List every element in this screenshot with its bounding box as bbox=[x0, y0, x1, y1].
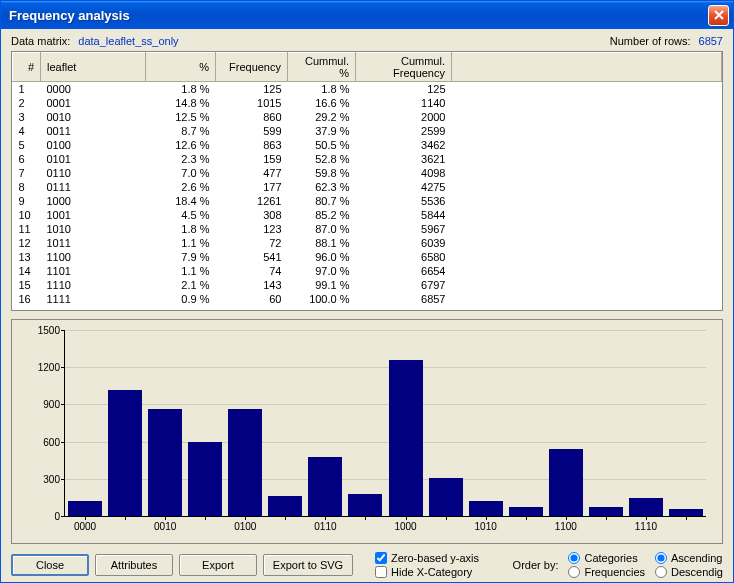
y-tick-label: 1500 bbox=[20, 325, 60, 336]
export-button[interactable]: Export bbox=[179, 554, 257, 576]
bar-0110: 0110 bbox=[305, 330, 345, 516]
table-row[interactable]: 400118.7 %59937.9 %2599 bbox=[13, 124, 722, 138]
order-descending-option[interactable]: Descendig bbox=[655, 566, 723, 578]
bar-1101 bbox=[586, 330, 626, 516]
bar-0100: 0100 bbox=[225, 330, 265, 516]
col-header-percent[interactable]: % bbox=[146, 53, 216, 82]
bar bbox=[549, 449, 583, 516]
order-categories-option[interactable]: Categories bbox=[568, 552, 645, 564]
order-categories-radio[interactable] bbox=[568, 552, 580, 564]
data-matrix-value: data_leaflet_ss_only bbox=[78, 35, 178, 47]
bar-1010: 1010 bbox=[466, 330, 506, 516]
table-row[interactable]: 1110101.8 %12387.0 %5967 bbox=[13, 222, 722, 236]
x-tick-label: 1010 bbox=[475, 521, 497, 532]
bar bbox=[308, 457, 342, 516]
x-tick-label: 0010 bbox=[154, 521, 176, 532]
frequency-chart: 030060090012001500 000000100100011010001… bbox=[11, 319, 723, 544]
table-row[interactable]: 100001.8 %1251.8 %125 bbox=[13, 82, 722, 97]
rows-value: 6857 bbox=[699, 35, 723, 47]
hide-x-checkbox[interactable] bbox=[375, 566, 387, 578]
col-header-cumul-percent[interactable]: Cummul. % bbox=[288, 53, 356, 82]
zero-y-checkbox[interactable] bbox=[375, 552, 387, 564]
bar-1000: 1000 bbox=[386, 330, 426, 516]
table-row[interactable]: 3001012.5 %86029.2 %2000 bbox=[13, 110, 722, 124]
table-row[interactable]: 1411011.1 %7497.0 %6654 bbox=[13, 264, 722, 278]
bar bbox=[68, 501, 102, 517]
col-header-index[interactable]: # bbox=[13, 53, 41, 82]
bar bbox=[589, 507, 623, 516]
bar-0010: 0010 bbox=[145, 330, 185, 516]
data-table[interactable]: # leaflet % Frequency Cummul. % Cummul. … bbox=[11, 51, 723, 311]
bar-1111 bbox=[666, 330, 706, 516]
x-tick-label: 1100 bbox=[555, 521, 577, 532]
bar-0101 bbox=[265, 330, 305, 516]
col-header-cumul-frequency[interactable]: Cummul. Frequency bbox=[356, 53, 452, 82]
bar bbox=[148, 409, 182, 516]
bar-0111 bbox=[345, 330, 385, 516]
bar-1110: 1110 bbox=[626, 330, 666, 516]
table-row[interactable]: 801112.6 %17762.3 %4275 bbox=[13, 180, 722, 194]
bar-0001 bbox=[105, 330, 145, 516]
close-icon bbox=[714, 10, 724, 20]
bar-1011 bbox=[506, 330, 546, 516]
bar bbox=[108, 390, 142, 516]
bottom-toolbar: Close Attributes Export Export to SVG Ze… bbox=[11, 552, 723, 578]
bar bbox=[429, 478, 463, 516]
y-tick-label: 1200 bbox=[20, 362, 60, 373]
x-tick-label: 0110 bbox=[314, 521, 336, 532]
order-ascending-option[interactable]: Ascending bbox=[655, 552, 723, 564]
bar bbox=[469, 501, 503, 516]
y-tick-label: 0 bbox=[20, 511, 60, 522]
col-header-leaflet[interactable]: leaflet bbox=[41, 53, 146, 82]
x-tick-label: 0100 bbox=[234, 521, 256, 532]
col-header-empty bbox=[452, 53, 722, 82]
bar bbox=[268, 496, 302, 516]
hide-x-option[interactable]: Hide X-Category bbox=[375, 566, 479, 578]
close-button[interactable]: Close bbox=[11, 554, 89, 576]
y-tick-label: 900 bbox=[20, 399, 60, 410]
table-row[interactable]: 1210111.1 %7288.1 %6039 bbox=[13, 236, 722, 250]
bar-0011 bbox=[185, 330, 225, 516]
data-matrix-label: Data matrix: bbox=[11, 35, 70, 47]
table-row[interactable]: 2000114.8 %101516.6 %1140 bbox=[13, 96, 722, 110]
table-row[interactable]: 1611110.9 %60100.0 %6857 bbox=[13, 292, 722, 306]
bar-0000: 0000 bbox=[65, 330, 105, 516]
bar bbox=[669, 509, 703, 516]
attributes-button[interactable]: Attributes bbox=[95, 554, 173, 576]
order-frequencies-option[interactable]: Frequencies bbox=[568, 566, 645, 578]
col-header-frequency[interactable]: Frequency bbox=[216, 53, 288, 82]
bar-1100: 1100 bbox=[546, 330, 586, 516]
order-frequencies-radio[interactable] bbox=[568, 566, 580, 578]
order-ascending-radio[interactable] bbox=[655, 552, 667, 564]
table-row[interactable]: 1010014.5 %30885.2 %5844 bbox=[13, 208, 722, 222]
table-row[interactable]: 701107.0 %47759.8 %4098 bbox=[13, 166, 722, 180]
order-descending-radio[interactable] bbox=[655, 566, 667, 578]
table-row[interactable]: 5010012.6 %86350.5 %3462 bbox=[13, 138, 722, 152]
table-row[interactable]: 601012.3 %15952.8 %3621 bbox=[13, 152, 722, 166]
bar bbox=[348, 494, 382, 516]
bar bbox=[629, 498, 663, 516]
window-title: Frequency analysis bbox=[9, 8, 708, 23]
bar-1001 bbox=[426, 330, 466, 516]
zero-y-option[interactable]: Zero-based y-axis bbox=[375, 552, 479, 564]
export-svg-button[interactable]: Export to SVG bbox=[263, 554, 353, 576]
table-row[interactable]: 1311007.9 %54196.0 %6580 bbox=[13, 250, 722, 264]
x-tick-label: 1110 bbox=[635, 521, 657, 532]
order-by-label: Order by: bbox=[513, 559, 559, 571]
y-tick-label: 600 bbox=[20, 436, 60, 447]
window-close-button[interactable] bbox=[708, 5, 729, 26]
bar bbox=[228, 409, 262, 516]
bar bbox=[389, 360, 423, 516]
bar bbox=[188, 442, 222, 516]
rows-label: Number of rows: bbox=[610, 35, 691, 47]
info-row: Data matrix: data_leaflet_ss_only Number… bbox=[11, 35, 723, 47]
titlebar: Frequency analysis bbox=[1, 1, 733, 29]
table-row[interactable]: 9100018.4 %126180.7 %5536 bbox=[13, 194, 722, 208]
x-tick-label: 1000 bbox=[394, 521, 416, 532]
y-tick-label: 300 bbox=[20, 473, 60, 484]
table-row[interactable]: 1511102.1 %14399.1 %6797 bbox=[13, 278, 722, 292]
bar bbox=[509, 507, 543, 516]
x-tick-label: 0000 bbox=[74, 521, 96, 532]
